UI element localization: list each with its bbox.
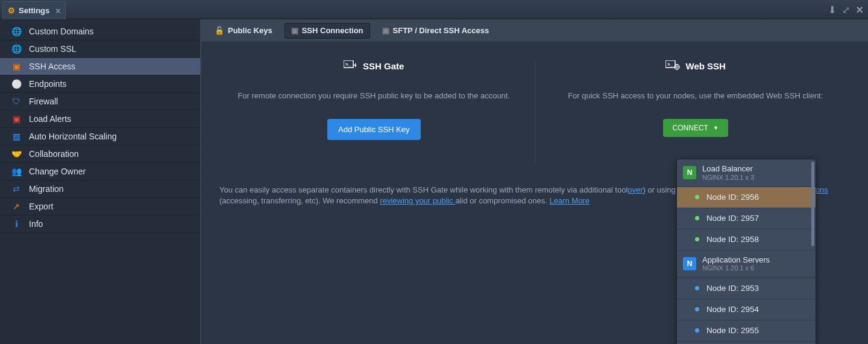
subtab-public-keys[interactable]: 🔓 Public Keys — [209, 23, 278, 39]
terminal-icon: ▣ — [382, 26, 389, 35]
titlebar: ⚙ Settings × ⬇ ⤢ × — [0, 0, 868, 19]
dropdown-item-label: Node ID: 2953 — [706, 284, 759, 293]
nginx-icon: N — [683, 257, 696, 270]
globe-icon: 🌐 — [11, 26, 22, 37]
panel-desc: For remote connection you require SSH pu… — [225, 90, 523, 102]
status-dot-icon — [695, 216, 699, 220]
sidebar: 🌐 Custom Domains 🌐 Custom SSL ▣ SSH Acce… — [0, 19, 201, 344]
dropdown-item-node-2954[interactable]: Node ID: 2954 — [677, 299, 816, 320]
endpoints-icon: ⚪ — [11, 78, 22, 89]
sidebar-item-label: SSH Access — [29, 62, 75, 71]
dropdown-group-title: Application Servers — [702, 255, 770, 265]
dropdown-item-label: Node ID: 2957 — [706, 214, 759, 223]
sidebar-item-label: Custom SSL — [29, 44, 77, 54]
sidebar-item-custom-ssl[interactable]: 🌐 Custom SSL — [0, 40, 200, 58]
add-public-ssh-key-button[interactable]: Add Public SSH Key — [327, 119, 421, 140]
unlock-icon: 🔓 — [215, 26, 224, 35]
dropdown-item-node-2956[interactable]: Node ID: 2956 — [677, 187, 816, 208]
footer-link-review[interactable]: reviewing your public — [380, 196, 455, 205]
svg-text:>_: >_ — [345, 62, 351, 67]
dropdown-item-label: Node ID: 2958 — [706, 235, 759, 244]
close-window-icon[interactable]: × — [856, 3, 863, 17]
footer-text-2: ) or using — [643, 185, 678, 194]
subtab-label: SFTP / Direct SSH Access — [393, 26, 489, 35]
gear-icon: ⚙ — [8, 6, 15, 15]
expand-icon[interactable]: ⤢ — [842, 4, 850, 16]
subtab-sftp[interactable]: ▣ SFTP / Direct SSH Access — [376, 23, 495, 39]
scaling-icon: ▥ — [11, 131, 22, 142]
dropdown-item-node-3108[interactable]: Node ID: 3108 — [677, 342, 816, 344]
sidebar-item-auto-scaling[interactable]: ▥ Auto Horizontal Scaling — [0, 128, 200, 145]
connect-dropdown: N Load Balancer NGINX 1.20.1 x 3 Node ID… — [676, 159, 816, 344]
status-dot-icon — [695, 195, 699, 199]
footer-link-deployer[interactable]: oyer — [627, 185, 643, 194]
status-dot-icon — [695, 307, 699, 311]
sidebar-item-label: Migration — [29, 184, 64, 194]
sidebar-item-label: Auto Horizontal Scaling — [29, 132, 117, 141]
status-dot-icon — [695, 237, 699, 241]
status-dot-icon — [695, 286, 699, 290]
export-icon: ↗ — [11, 201, 22, 212]
dropdown-group-app-servers[interactable]: N Application Servers NGINX 1.20.1 x 6 — [677, 250, 816, 278]
dropdown-item-node-2958[interactable]: Node ID: 2958 — [677, 229, 816, 250]
sidebar-item-label: Info — [29, 219, 43, 229]
nginx-icon: N — [683, 166, 696, 179]
sidebar-item-load-alerts[interactable]: ▣ Load Alerts — [0, 110, 200, 128]
download-icon[interactable]: ⬇ — [828, 4, 836, 16]
sidebar-item-label: Custom Domains — [29, 27, 93, 36]
panel-title: >_ SSH Gate — [225, 60, 523, 72]
terminal-icon: ▣ — [291, 26, 298, 35]
sidebar-item-export[interactable]: ↗ Export — [0, 198, 200, 215]
panel-web-ssh: >_ Web SSH For quick SSH access to your … — [535, 60, 857, 164]
sidebar-item-migration[interactable]: ⇄ Migration — [0, 180, 200, 198]
close-icon[interactable]: × — [55, 6, 60, 16]
sidebar-item-firewall[interactable]: 🛡 Firewall — [0, 93, 200, 110]
panels: >_ SSH Gate For remote connection you re… — [201, 42, 868, 164]
sidebar-item-label: Endpoints — [29, 79, 66, 89]
scrollbar[interactable] — [811, 162, 814, 246]
dropdown-item-node-2953[interactable]: Node ID: 2953 — [677, 278, 816, 299]
chevron-down-icon: ▼ — [713, 125, 719, 131]
sidebar-item-collaboration[interactable]: 🤝 Collaboration — [0, 145, 200, 163]
dropdown-group-text: Load Balancer NGINX 1.20.1 x 3 — [702, 164, 754, 182]
sidebar-item-label: Export — [29, 202, 53, 211]
subtab-label: Public Keys — [228, 26, 272, 35]
sidebar-item-change-owner[interactable]: 👥 Change Owner — [0, 163, 200, 180]
sidebar-item-endpoints[interactable]: ⚪ Endpoints — [0, 75, 200, 93]
window-controls: ⬇ ⤢ × — [828, 0, 863, 19]
sidebar-item-ssh-access[interactable]: ▣ SSH Access — [0, 58, 200, 75]
footer-text-1: You can easily access separate container… — [219, 185, 627, 194]
info-icon: ℹ — [11, 218, 22, 229]
footer-link-learn-more[interactable]: Learn More — [549, 196, 589, 205]
dropdown-group-load-balancer[interactable]: N Load Balancer NGINX 1.20.1 x 3 — [677, 159, 816, 187]
settings-tab[interactable]: ⚙ Settings × — [2, 1, 66, 19]
sidebar-item-label: Firewall — [29, 97, 58, 106]
panel-desc: For quick SSH access to your nodes, use … — [547, 90, 844, 102]
globe-icon: 🌐 — [11, 43, 22, 54]
terminal-icon: >_ — [344, 60, 357, 72]
terminal-icon: ▣ — [11, 61, 22, 72]
alert-icon: ▣ — [11, 113, 22, 124]
subtab-ssh-connection[interactable]: ▣ SSH Connection — [285, 23, 370, 39]
sidebar-item-label: Load Alerts — [29, 114, 71, 124]
dropdown-item-node-2957[interactable]: Node ID: 2957 — [677, 208, 816, 229]
main-area: 🌐 Custom Domains 🌐 Custom SSL ▣ SSH Acce… — [0, 19, 868, 344]
connect-button-label: CONNECT — [673, 124, 708, 132]
terminal-globe-icon: >_ — [665, 60, 680, 72]
content: 🔓 Public Keys ▣ SSH Connection ▣ SFTP / … — [201, 19, 868, 344]
sidebar-item-custom-domains[interactable]: 🌐 Custom Domains — [0, 23, 200, 40]
migration-icon: ⇄ — [11, 183, 22, 194]
dropdown-group-sub: NGINX 1.20.1 x 3 — [702, 174, 754, 182]
subtabs: 🔓 Public Keys ▣ SSH Connection ▣ SFTP / … — [201, 19, 868, 42]
footer-text-3: (accessing, transferring, etc). We recom… — [219, 196, 380, 205]
connect-button[interactable]: CONNECT ▼ — [663, 119, 728, 137]
dropdown-item-node-2955[interactable]: Node ID: 2955 — [677, 320, 816, 342]
footer-text-4: alid or compromised ones. — [455, 196, 549, 205]
dropdown-item-label: Node ID: 2954 — [706, 305, 759, 314]
sidebar-item-info[interactable]: ℹ Info — [0, 215, 200, 233]
handshake-icon: 🤝 — [11, 148, 22, 159]
tab-label: Settings — [19, 6, 49, 15]
dropdown-group-text: Application Servers NGINX 1.20.1 x 6 — [702, 255, 770, 273]
sidebar-item-label: Change Owner — [29, 167, 86, 176]
panel-title-text: Web SSH — [686, 61, 726, 71]
